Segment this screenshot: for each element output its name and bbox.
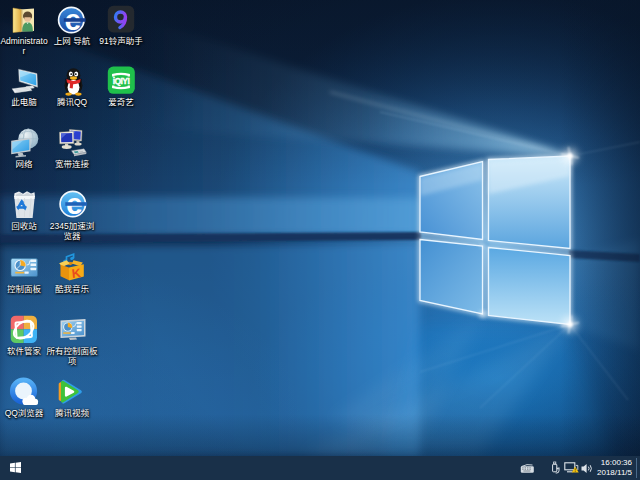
svg-text:iQIYI: iQIYI <box>113 76 130 86</box>
svg-text:K: K <box>71 266 81 281</box>
